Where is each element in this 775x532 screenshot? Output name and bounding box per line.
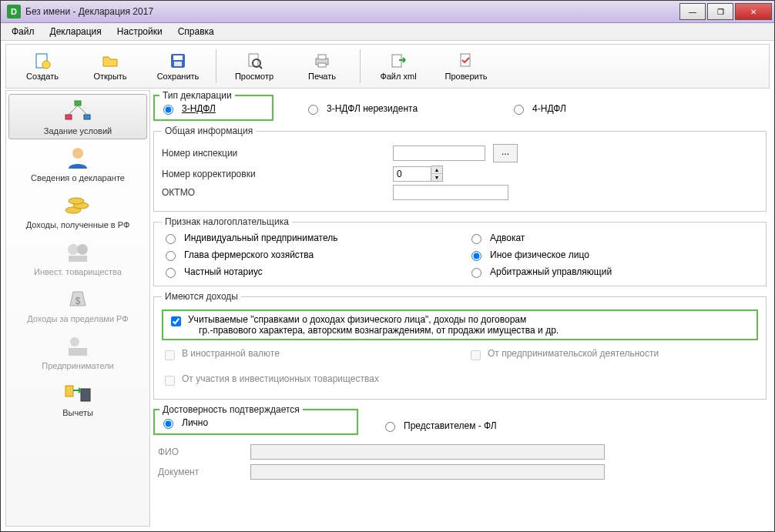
menu-settings[interactable]: Настройки — [111, 25, 169, 38]
sidebar: Задание условий Сведения о декларанте До… — [5, 90, 150, 527]
svg-rect-14 — [65, 115, 72, 119]
sidebar-item-entrepreneurs[interactable]: Предприниматели — [8, 329, 147, 374]
svg-rect-29 — [81, 389, 90, 401]
main-panel: Тип декларации 3-НДФЛ 3-НДФЛ нерезидента… — [153, 90, 770, 527]
radio-4ndfl[interactable]: 4-НДФЛ — [510, 102, 566, 115]
correction-spinner[interactable]: ▲ ▼ — [393, 166, 443, 182]
sidebar-item-declarant[interactable]: Сведения о декларанте — [8, 141, 147, 186]
sidebar-item-conditions[interactable]: Задание условий — [8, 94, 147, 139]
coins-icon — [62, 192, 93, 218]
check-button[interactable]: Проверить — [433, 46, 499, 86]
filexml-button[interactable]: Файл xml — [365, 46, 431, 86]
radio-ip[interactable]: Индивидуальный предприниматель — [162, 232, 452, 244]
inspection-browse-button[interactable]: ... — [493, 144, 518, 162]
save-button[interactable]: Сохранить — [145, 46, 211, 86]
svg-rect-27 — [69, 348, 87, 356]
radio-farmer[interactable]: Глава фермерского хозяйства — [162, 249, 452, 261]
document-input — [250, 464, 605, 480]
menu-file[interactable]: Файл — [5, 25, 41, 38]
svg-rect-13 — [75, 101, 81, 105]
printer-icon — [313, 52, 331, 70]
check-invest[interactable]: От участия в инвестиционных товарищества… — [162, 373, 452, 388]
sidebar-item-label: Доходы за пределами РФ — [27, 314, 128, 323]
taxpayer-legend: Признак налогоплательщика — [162, 216, 292, 227]
inspection-input[interactable] — [393, 146, 485, 161]
svg-text:$: $ — [75, 296, 81, 306]
menu-declaration[interactable]: Декларация — [44, 25, 108, 38]
radio-representative[interactable]: Представителем - ФЛ — [381, 420, 497, 432]
check-business[interactable]: От предпринимательской деятельности — [468, 348, 758, 363]
radio-3ndfl[interactable]: 3-НДФЛ — [159, 102, 267, 115]
general-info-group: Общая информация Номер инспекции ... Ном… — [153, 125, 767, 212]
toolbar-separator — [360, 49, 361, 83]
deductions-icon — [62, 380, 93, 406]
svg-point-23 — [77, 244, 88, 255]
svg-rect-4 — [174, 62, 182, 66]
business-icon — [62, 333, 93, 359]
svg-rect-15 — [84, 115, 90, 119]
radio-3ndfl-nonres-input[interactable] — [308, 105, 318, 115]
open-label: Открыть — [93, 72, 126, 81]
sidebar-item-income-abroad[interactable]: $ Доходы за пределами РФ — [8, 282, 147, 327]
sidebar-item-invest[interactable]: Инвест. товарищества — [8, 235, 147, 280]
radio-notary[interactable]: Частный нотариус — [162, 266, 452, 278]
radio-4ndfl-label: 4-НДФЛ — [532, 103, 566, 114]
svg-point-26 — [70, 337, 79, 346]
income-legend: Имеются доходы — [162, 291, 241, 302]
svg-rect-3 — [173, 55, 183, 60]
svg-rect-24 — [69, 256, 87, 262]
person-icon — [62, 145, 93, 171]
menu-help[interactable]: Справка — [172, 25, 220, 38]
sidebar-item-deductions[interactable]: Вычеты — [8, 376, 147, 421]
radio-other-phys[interactable]: Иное физическое лицо — [468, 249, 758, 261]
spinner-up[interactable]: ▲ — [431, 166, 442, 174]
confirm-legend: Достоверность подтверждается — [159, 404, 303, 415]
oktmo-label: ОКТМО — [162, 187, 285, 198]
check-foreign[interactable]: В иностранной валюте — [162, 348, 452, 363]
sidebar-item-income-rf[interactable]: Доходы, полученные в РФ — [8, 188, 147, 233]
open-button[interactable]: Открыть — [77, 46, 143, 86]
toolbar-separator — [216, 49, 216, 83]
svg-point-1 — [42, 61, 50, 69]
window-title: Без имени - Декларация 2017 — [25, 6, 679, 17]
sidebar-item-label: Вычеты — [62, 408, 93, 417]
inspection-label: Номер инспекции — [162, 148, 285, 159]
export-icon — [389, 52, 408, 70]
radio-self[interactable]: Лично — [159, 417, 352, 429]
minimize-button[interactable]: — — [679, 3, 706, 20]
radio-lawyer[interactable]: Адвокат — [468, 232, 758, 244]
declaration-type-group: Тип декларации 3-НДФЛ — [153, 90, 273, 121]
correction-label: Номер корректировки — [162, 169, 285, 179]
toolbar: Создать Открыть Сохранить Просмотр Печат… — [5, 44, 770, 89]
maximize-button[interactable]: ❐ — [707, 3, 733, 20]
radio-arbitr[interactable]: Арбитражный управляющий — [468, 266, 758, 278]
close-button[interactable]: ✕ — [735, 3, 772, 20]
create-button[interactable]: Создать — [9, 46, 75, 86]
taxpayer-group: Признак налогоплательщика Индивидуальный… — [153, 216, 767, 286]
sidebar-item-label: Задание условий — [44, 126, 112, 136]
print-button[interactable]: Печать — [289, 46, 355, 86]
radio-3ndfl-nonres[interactable]: 3-НДФЛ нерезидента — [304, 102, 418, 115]
sidebar-item-label: Инвест. товарищества — [34, 267, 122, 276]
radio-4ndfl-input[interactable] — [514, 105, 524, 115]
svg-rect-28 — [65, 386, 73, 396]
correction-input[interactable] — [393, 166, 431, 182]
check-spravka-label: Учитываемые "справками о доходах физичес… — [188, 314, 752, 336]
sidebar-item-label: Предприниматели — [42, 361, 113, 370]
create-label: Создать — [26, 72, 59, 81]
fio-label: ФИО — [158, 447, 243, 457]
spinner-down[interactable]: ▼ — [431, 174, 442, 181]
invest-icon — [62, 239, 93, 265]
menubar: Файл Декларация Настройки Справка — [1, 23, 774, 41]
save-icon — [169, 52, 187, 70]
radio-3ndfl-input[interactable] — [163, 105, 173, 115]
document-label: Документ — [158, 467, 243, 477]
svg-rect-9 — [318, 55, 326, 59]
check-spravka[interactable] — [171, 316, 181, 326]
app-icon: D — [7, 5, 21, 18]
sidebar-item-label: Доходы, полученные в РФ — [26, 220, 130, 229]
preview-button[interactable]: Просмотр — [221, 46, 287, 86]
svg-line-16 — [69, 105, 78, 115]
svg-point-18 — [72, 148, 83, 159]
oktmo-input[interactable] — [393, 185, 508, 200]
